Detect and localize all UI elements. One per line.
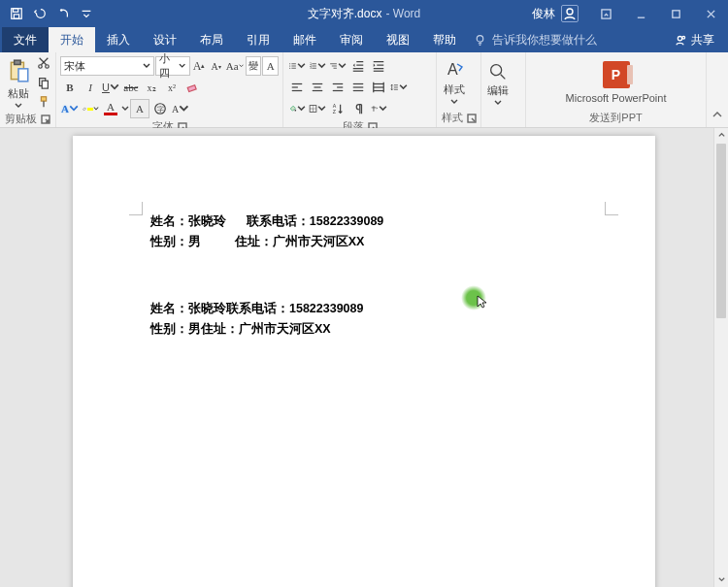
font-family-combo[interactable]: 宋体 bbox=[60, 56, 154, 76]
bold-button[interactable]: B bbox=[60, 78, 80, 97]
align-right-button[interactable] bbox=[328, 78, 347, 97]
tab-review[interactable]: 审阅 bbox=[328, 27, 375, 52]
superscript-button[interactable]: x² bbox=[162, 78, 182, 97]
chevron-down-icon[interactable] bbox=[121, 105, 129, 113]
vertical-scrollbar[interactable] bbox=[713, 128, 728, 587]
grow-font-button[interactable]: A▴ bbox=[191, 56, 208, 76]
bullets-button[interactable] bbox=[287, 56, 307, 76]
save-button[interactable] bbox=[6, 3, 27, 24]
document-area[interactable]: 姓名：张晓玲 联系电话：15822339089 性别：男 住址：广州市天河区XX… bbox=[0, 128, 728, 587]
character-border-button[interactable]: A bbox=[262, 56, 279, 76]
borders-button[interactable] bbox=[308, 99, 327, 118]
scroll-up-button[interactable] bbox=[714, 128, 728, 143]
clipboard-dialog-launcher[interactable] bbox=[41, 114, 50, 124]
svg-point-19 bbox=[39, 65, 43, 69]
svg-line-87 bbox=[501, 74, 506, 79]
svg-point-11 bbox=[477, 35, 483, 42]
doc-block-1[interactable]: 姓名：张晓玲 联系电话：15822339089 性别：男 住址：广州市天河区XX bbox=[150, 212, 383, 253]
asian-layout-button[interactable]: A bbox=[171, 99, 190, 118]
doc-block-2[interactable]: 姓名：张晓玲联系电话：15822339089 性别：男住址：广州市天河区XX bbox=[150, 299, 363, 341]
tab-design[interactable]: 设计 bbox=[142, 27, 188, 52]
justify-button[interactable] bbox=[348, 78, 368, 97]
show-marks-button[interactable] bbox=[348, 99, 368, 118]
clipboard-group-label: 剪贴板 bbox=[5, 112, 37, 126]
scroll-down-button[interactable] bbox=[714, 572, 728, 587]
minimize-button[interactable] bbox=[623, 0, 658, 27]
increase-indent-button[interactable] bbox=[369, 56, 388, 76]
styles-dialog-launcher[interactable] bbox=[467, 114, 477, 123]
tab-layout[interactable]: 布局 bbox=[188, 27, 235, 52]
shrink-font-button[interactable]: A▾ bbox=[208, 56, 224, 76]
share-label: 共享 bbox=[691, 32, 714, 49]
svg-point-5 bbox=[567, 9, 573, 15]
phonetic-guide-button[interactable]: 變 bbox=[246, 56, 262, 76]
collapse-ribbon-button[interactable] bbox=[711, 110, 723, 123]
multilevel-list-button[interactable] bbox=[328, 56, 347, 76]
editing-button[interactable]: 编辑 bbox=[485, 61, 511, 107]
redo-button[interactable] bbox=[52, 3, 74, 24]
tab-references[interactable]: 引用 bbox=[235, 27, 281, 52]
scroll-thumb[interactable] bbox=[716, 144, 726, 318]
copy-button[interactable] bbox=[35, 74, 52, 91]
svg-point-34 bbox=[289, 68, 290, 69]
send-to-ppt-button[interactable]: P Microsoft PowerPoint bbox=[564, 61, 669, 104]
svg-rect-25 bbox=[41, 97, 46, 101]
highlight-button[interactable] bbox=[81, 99, 100, 118]
paste-button[interactable]: 粘贴 bbox=[4, 56, 33, 110]
svg-text:A: A bbox=[447, 61, 458, 78]
font-color-button[interactable]: A bbox=[101, 99, 120, 118]
tab-view[interactable]: 视图 bbox=[375, 27, 421, 52]
character-shading-button[interactable]: A bbox=[130, 99, 149, 118]
undo-button[interactable] bbox=[29, 3, 50, 24]
strikethrough-button[interactable]: abc bbox=[121, 78, 141, 97]
align-left-button[interactable] bbox=[287, 78, 307, 97]
user-name: 俊林 bbox=[532, 6, 555, 22]
title-bar: 文字对齐.docx - Word 俊林 bbox=[0, 0, 728, 27]
tab-file[interactable]: 文件 bbox=[2, 27, 49, 52]
chevron-down-icon bbox=[494, 99, 502, 107]
numbering-button[interactable]: 123 bbox=[308, 56, 327, 76]
asian-text-icon bbox=[370, 102, 379, 115]
sort-icon: AZ bbox=[331, 102, 345, 115]
powerpoint-icon: P bbox=[603, 61, 630, 88]
tab-mailings[interactable]: 邮件 bbox=[281, 27, 328, 52]
sort-button[interactable]: AZ bbox=[328, 99, 347, 118]
ribbon-tabs: 文件 开始 插入 设计 布局 引用 邮件 审阅 视图 帮助 告诉我你想要做什么 … bbox=[0, 27, 728, 52]
cut-button[interactable] bbox=[35, 54, 52, 72]
text-effects-button[interactable]: A bbox=[60, 99, 80, 118]
font-size-combo[interactable]: 小四 bbox=[155, 56, 190, 76]
subscript-button[interactable]: x₂ bbox=[142, 78, 161, 97]
styles-label: 样式 bbox=[444, 82, 465, 97]
align-center-button[interactable] bbox=[308, 78, 327, 97]
chevron-down-icon bbox=[450, 98, 458, 106]
quick-access-toolbar bbox=[0, 3, 97, 24]
format-painter-button[interactable] bbox=[35, 93, 52, 111]
tell-me-search[interactable]: 告诉我你想要做什么 bbox=[474, 27, 597, 52]
margin-corner-tl bbox=[129, 202, 143, 215]
enclose-characters-button[interactable]: 字 bbox=[150, 99, 170, 118]
tab-home[interactable]: 开始 bbox=[49, 27, 95, 52]
tab-help[interactable]: 帮助 bbox=[421, 27, 468, 52]
document-name: 文字对齐.docx bbox=[308, 6, 382, 22]
ribbon-display-options-button[interactable] bbox=[588, 0, 623, 27]
change-case-button[interactable]: Aa bbox=[225, 56, 245, 76]
pilcrow-icon bbox=[351, 102, 365, 115]
line-spacing-button[interactable] bbox=[389, 78, 409, 97]
styles-icon: A bbox=[443, 58, 466, 82]
maximize-button[interactable] bbox=[658, 0, 693, 27]
italic-button[interactable]: I bbox=[81, 78, 100, 97]
distributed-button[interactable] bbox=[369, 78, 388, 97]
styles-button[interactable]: A 样式 bbox=[441, 58, 468, 106]
clear-formatting-button[interactable] bbox=[182, 78, 202, 97]
tab-insert[interactable]: 插入 bbox=[95, 27, 142, 52]
share-button[interactable]: 共享 bbox=[660, 27, 728, 52]
close-button[interactable] bbox=[693, 0, 728, 27]
svg-point-15 bbox=[682, 36, 685, 39]
asian-typography-button[interactable] bbox=[369, 99, 388, 118]
qat-customize-button[interactable] bbox=[76, 3, 97, 24]
underline-button[interactable]: U bbox=[101, 78, 120, 97]
shading-button[interactable] bbox=[287, 99, 307, 118]
page[interactable]: 姓名：张晓玲 联系电话：15822339089 性别：男 住址：广州市天河区XX… bbox=[73, 136, 655, 587]
decrease-indent-button[interactable] bbox=[348, 56, 368, 76]
account-button[interactable]: 俊林 bbox=[522, 5, 588, 22]
